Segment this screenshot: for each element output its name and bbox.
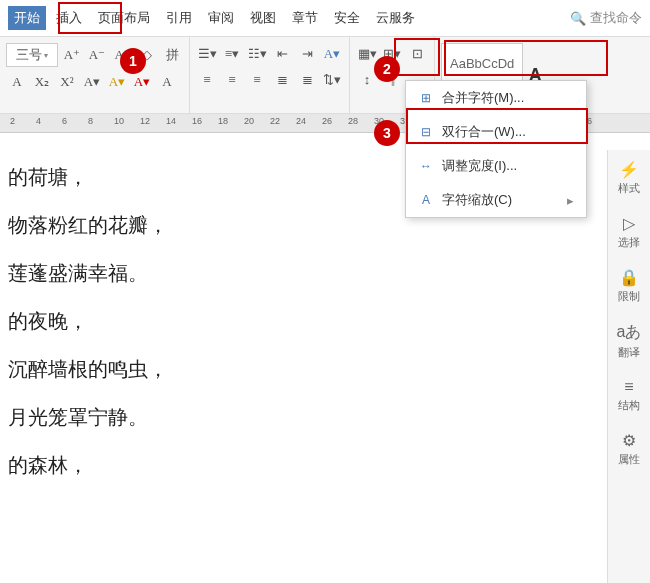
align-right-icon[interactable]: ≡ (246, 69, 268, 91)
ruler-mark: 12 (140, 116, 150, 126)
doc-line: 莲蓬盛满幸福。 (8, 249, 642, 297)
side-item[interactable]: ⚡样式 (618, 160, 640, 196)
ruler-mark: 6 (62, 116, 67, 126)
align-left-icon[interactable]: ≡ (196, 69, 218, 91)
ruler-mark: 26 (322, 116, 332, 126)
char-border-icon[interactable]: A (156, 71, 178, 93)
ruler-mark: 14 (166, 116, 176, 126)
merge-icon: ⊞ (418, 90, 434, 106)
multilevel-icon[interactable]: ☷▾ (246, 43, 268, 65)
side-item[interactable]: ≡结构 (618, 378, 640, 413)
ruler-mark: 22 (270, 116, 280, 126)
menu-chapter[interactable]: 章节 (286, 6, 324, 30)
side-panel: ⚡样式▷选择🔒限制aあ翻译≡结构⚙属性 (607, 150, 650, 583)
align-distribute-icon[interactable]: ≣ (296, 69, 318, 91)
menu-security[interactable]: 安全 (328, 6, 366, 30)
tab-icon[interactable]: ⊡ (406, 43, 428, 65)
line-spacing-icon[interactable]: ⇅▾ (321, 69, 343, 91)
font-a-icon[interactable]: A (6, 71, 28, 93)
ruler-mark: 2 (10, 116, 15, 126)
side-icon: ≡ (624, 378, 633, 396)
increase-indent-icon[interactable]: ⇥ (296, 43, 318, 65)
ruler-mark: 24 (296, 116, 306, 126)
char-zoom-item[interactable]: A 字符缩放(C) ▸ (406, 183, 586, 217)
doc-line: 的夜晚， (8, 297, 642, 345)
width-icon: ↔ (418, 158, 434, 174)
char-combine-icon[interactable]: A▾ (321, 43, 343, 65)
ruler-mark: 8 (88, 116, 93, 126)
side-label: 翻译 (618, 345, 640, 360)
callout-3: 3 (374, 120, 400, 146)
side-icon: ⚡ (619, 160, 639, 179)
side-icon: aあ (617, 322, 642, 343)
menu-insert[interactable]: 插入 (50, 6, 88, 30)
ruler-mark: 28 (348, 116, 358, 126)
menu-cloud[interactable]: 云服务 (370, 6, 421, 30)
ruler-mark: 16 (192, 116, 202, 126)
search-command[interactable]: 🔍 查找命令 (570, 9, 642, 27)
menu-bar: 开始 插入 页面布局 引用 审阅 视图 章节 安全 云服务 🔍 查找命令 (0, 0, 650, 36)
align-justify-icon[interactable]: ≣ (271, 69, 293, 91)
side-item[interactable]: ▷选择 (618, 214, 640, 250)
search-placeholder: 查找命令 (590, 9, 642, 27)
ruler-mark: 10 (114, 116, 124, 126)
adjust-width-item[interactable]: ↔ 调整宽度(I)... (406, 149, 586, 183)
superscript-icon[interactable]: X² (56, 71, 78, 93)
side-label: 样式 (618, 181, 640, 196)
doc-line: 的森林， (8, 441, 642, 489)
callout-2: 2 (374, 56, 400, 82)
side-item[interactable]: ⚙属性 (618, 431, 640, 467)
menu-view[interactable]: 视图 (244, 6, 282, 30)
side-item[interactable]: aあ翻译 (617, 322, 642, 360)
search-icon: 🔍 (570, 11, 586, 26)
doc-line: 沉醉墙根的鸣虫， (8, 345, 642, 393)
menu-layout[interactable]: 页面布局 (92, 6, 156, 30)
style-gallery[interactable]: AaBbCcDd (441, 43, 523, 83)
menu-review[interactable]: 审阅 (202, 6, 240, 30)
side-item[interactable]: 🔒限制 (618, 268, 640, 304)
merge-chars-item[interactable]: ⊞ 合并字符(M)... (406, 81, 586, 115)
side-label: 结构 (618, 398, 640, 413)
phonetic-icon[interactable]: 拼 (161, 44, 183, 66)
ruler-mark: 18 (218, 116, 228, 126)
font-color-icon[interactable]: A▾ (131, 71, 153, 93)
side-label: 限制 (618, 289, 640, 304)
font-effect-icon[interactable]: A▾ (81, 71, 103, 93)
menu-start[interactable]: 开始 (8, 6, 46, 30)
decrease-indent-icon[interactable]: ⇤ (271, 43, 293, 65)
two-lines-item[interactable]: ⊟ 双行合一(W)... (406, 115, 586, 149)
highlight-icon[interactable]: A▾ (106, 71, 128, 93)
ruler-mark: 4 (36, 116, 41, 126)
ruler-mark: 20 (244, 116, 254, 126)
bullet-list-icon[interactable]: ☰▾ (196, 43, 218, 65)
side-label: 属性 (618, 452, 640, 467)
strikethrough-icon[interactable]: X₂ (31, 71, 53, 93)
side-icon: ▷ (623, 214, 635, 233)
increase-font-icon[interactable]: A⁺ (61, 44, 83, 66)
chevron-right-icon: ▸ (567, 193, 574, 208)
align-center-icon[interactable]: ≡ (221, 69, 243, 91)
side-icon: ⚙ (622, 431, 636, 450)
side-icon: 🔒 (619, 268, 639, 287)
decrease-font-icon[interactable]: A⁻ (86, 44, 108, 66)
callout-1: 1 (120, 48, 146, 74)
char-combine-dropdown: ⊞ 合并字符(M)... ⊟ 双行合一(W)... ↔ 调整宽度(I)... A… (405, 80, 587, 218)
two-lines-icon: ⊟ (418, 124, 434, 140)
fontsize-select[interactable]: 三号▾ (6, 43, 58, 67)
side-label: 选择 (618, 235, 640, 250)
number-list-icon[interactable]: ≡▾ (221, 43, 243, 65)
menu-reference[interactable]: 引用 (160, 6, 198, 30)
doc-line: 月光笼罩宁静。 (8, 393, 642, 441)
zoom-icon: A (418, 192, 434, 208)
